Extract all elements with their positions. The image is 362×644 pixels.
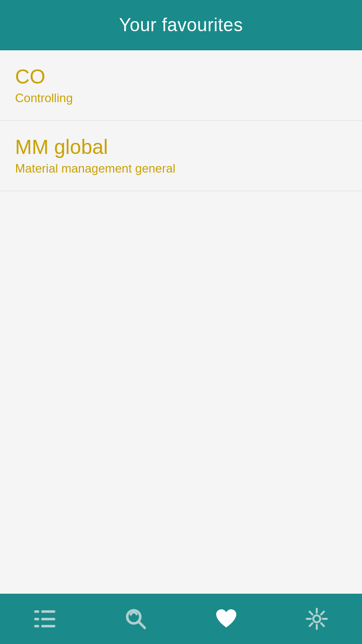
- list-icon: [34, 609, 56, 628]
- svg-rect-4: [41, 625, 55, 627]
- svg-line-14: [310, 612, 313, 615]
- svg-line-17: [310, 623, 313, 626]
- heart-icon: [215, 608, 238, 629]
- svg-rect-3: [34, 618, 39, 620]
- app-header: Your favourites: [0, 0, 362, 50]
- item-title-mm-global: MM global: [15, 136, 347, 158]
- list-item-co[interactable]: CO Controlling: [0, 50, 362, 121]
- svg-line-16: [321, 612, 324, 615]
- svg-rect-2: [41, 618, 55, 620]
- svg-marker-8: [129, 613, 133, 616]
- search-icon: [124, 607, 147, 630]
- svg-rect-1: [34, 610, 39, 613]
- content-area: CO Controlling MM global Material manage…: [0, 50, 362, 594]
- svg-point-9: [313, 615, 320, 622]
- nav-list-button[interactable]: [25, 599, 65, 639]
- svg-line-7: [139, 622, 145, 628]
- nav-settings-button[interactable]: [297, 599, 337, 639]
- item-subtitle-co: Controlling: [15, 91, 347, 105]
- gear-icon: [306, 608, 328, 630]
- svg-rect-0: [41, 610, 55, 613]
- nav-search-button[interactable]: [116, 599, 156, 639]
- header-title: Your favourites: [119, 15, 243, 36]
- item-title-co: CO: [15, 65, 347, 88]
- svg-line-15: [321, 623, 324, 626]
- nav-favourites-button[interactable]: [206, 599, 246, 639]
- list-item-mm-global[interactable]: MM global Material management general: [0, 121, 362, 191]
- svg-rect-5: [34, 625, 39, 627]
- item-subtitle-mm-global: Material management general: [15, 162, 347, 176]
- bottom-navigation: [0, 594, 362, 644]
